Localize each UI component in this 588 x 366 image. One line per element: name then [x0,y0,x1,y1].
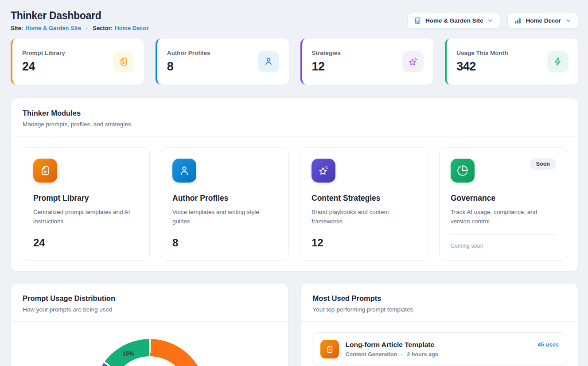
star-icon [312,159,335,183]
usage-header: Prompt Usage Distribution How your promp… [11,284,288,322]
thinker-modules-card: Thinker Modules Manage prompts, profiles… [11,98,578,272]
star-icon [402,51,424,72]
page-title: Thinker Dashboard [11,10,149,22]
pie-chart-icon [451,159,475,183]
prompt-list-item[interactable]: Long-form Article Template Content Gener… [312,332,568,366]
module-stat: 12 [312,237,417,249]
site-selector-label: Home & Garden Site [425,17,483,24]
site-label: Site: [11,25,23,31]
meta-separator: · [401,351,403,358]
sector-selector-label: Home Decor [526,17,561,24]
module-title: Governance [451,194,556,203]
module-description: Centralized prompt templates and AI inst… [33,208,137,226]
prompt-item-meta: Content Generation · 2 hours ago [346,351,439,358]
coming-soon-note: Coming soon [451,234,556,249]
stats-row: Prompt Library 24 Author Profiles 8 Stra… [11,39,578,85]
user-icon [172,159,196,183]
stat-value: 12 [312,60,341,74]
module-card-governance[interactable]: Soon Governance Track AI usage, complian… [439,147,567,261]
module-title: Author Profiles [172,194,277,203]
header-selectors: Home & Garden Site Home Decor [407,13,578,29]
module-stat: 8 [172,237,277,249]
prompt-text: Long-form Article Template Content Gener… [346,341,439,358]
site-selector-button[interactable]: Home & Garden Site [407,13,501,29]
modules-subtitle: Manage prompts, profiles, and strategies [23,121,566,128]
stat-label: Prompt Library [22,50,65,56]
module-card-prompt-library[interactable]: Prompt Library Centralized prompt templa… [22,147,150,261]
stat-value: 8 [167,60,210,74]
stat-card-usage: Usage This Month 342 [445,39,578,85]
module-card-content-strategies[interactable]: Content Strategies Brand playbooks and c… [300,147,428,261]
usage-title: Prompt Usage Distribution [23,294,276,303]
modules-header: Thinker Modules Manage prompts, profiles… [11,98,578,136]
bar-chart-icon [514,17,522,24]
module-description: Voice templates and writing style guides [172,208,276,226]
title-block: Thinker Dashboard Site: Home & Garden Si… [11,10,149,31]
module-card-author-profiles[interactable]: Author Profiles Voice templates and writ… [161,147,289,261]
stat-card-author-profiles: Author Profiles 8 [156,39,289,85]
module-title: Content Strategies [312,194,417,203]
bottom-row: Prompt Usage Distribution How your promp… [11,283,578,366]
stat-value: 342 [456,60,508,74]
prompt-category: Content Generation [346,351,397,358]
file-text-icon [113,51,134,72]
prompts-title: Most Used Prompts [313,294,567,303]
modules-grid: Prompt Library Centralized prompt templa… [11,136,578,271]
dashboard-page: Thinker Dashboard Site: Home & Garden Si… [0,0,588,366]
user-icon [258,51,279,72]
sector-link[interactable]: Home Decor [115,25,149,31]
prompts-list: Long-form Article Template Content Gener… [301,322,578,366]
module-stat: 24 [33,237,138,249]
usage-chart-area: 15% [11,322,288,366]
prompts-header: Most Used Prompts Your top-performing pr… [301,284,578,322]
chevron-down-icon [487,17,494,24]
chevron-down-icon [565,17,572,24]
file-text-icon [33,159,57,183]
stat-label: Strategies [312,50,341,56]
most-used-prompts-card: Most Used Prompts Your top-performing pr… [301,283,579,366]
modules-title: Thinker Modules [23,109,566,117]
soon-badge: Soon [530,158,556,170]
breadcrumb: Site: Home & Garden Site · Sector: Home … [11,25,149,31]
stat-text: Strategies 12 [312,50,341,74]
stat-text: Usage This Month 342 [456,50,508,74]
stat-label: Author Profiles [167,50,210,56]
sector-selector-button[interactable]: Home Decor [507,13,578,29]
stat-value: 24 [22,60,65,74]
module-description: Brand playbooks and content frameworks [312,208,416,226]
header: Thinker Dashboard Site: Home & Garden Si… [11,10,578,31]
site-link[interactable]: Home & Garden Site [25,25,81,31]
module-title: Prompt Library [33,194,138,203]
usage-subtitle: How your prompts are being used [23,306,276,313]
module-description: Track AI usage, compliance, and version … [451,208,555,226]
stat-text: Prompt Library 24 [22,50,65,74]
donut-hole [111,356,189,366]
prompt-time: 2 hours ago [407,351,438,358]
prompts-subtitle: Your top-performing prompt templates [313,306,567,313]
prompt-item-title: Long-form Article Template [346,341,439,349]
stat-label: Usage This Month [456,50,508,56]
stat-text: Author Profiles 8 [167,50,210,74]
donut-slice-label: 15% [122,350,134,356]
prompt-uses-badge: 45 uses [537,340,559,348]
prompt-usage-card: Prompt Usage Distribution How your promp… [11,283,288,366]
building-icon [414,17,421,24]
stat-card-strategies: Strategies 12 [300,39,434,85]
sector-label: Sector: [93,25,113,31]
meta-separator: · [86,25,88,31]
zap-icon [547,51,569,72]
usage-donut-chart: 15% [93,339,206,366]
file-text-icon [320,340,339,358]
stat-card-prompt-library: Prompt Library 24 [11,39,144,85]
